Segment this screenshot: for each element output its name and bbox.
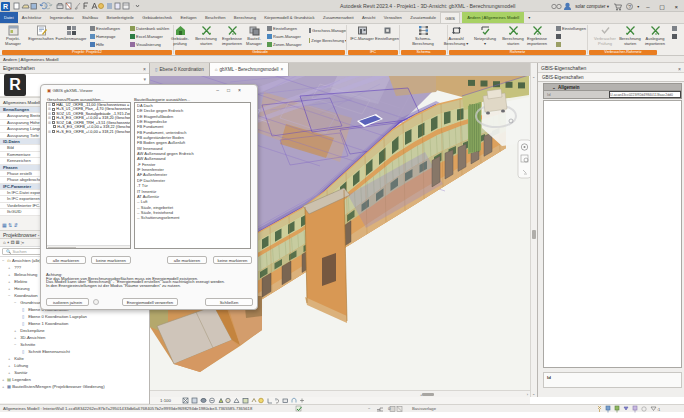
svg-text::1: :1 xyxy=(657,407,661,412)
